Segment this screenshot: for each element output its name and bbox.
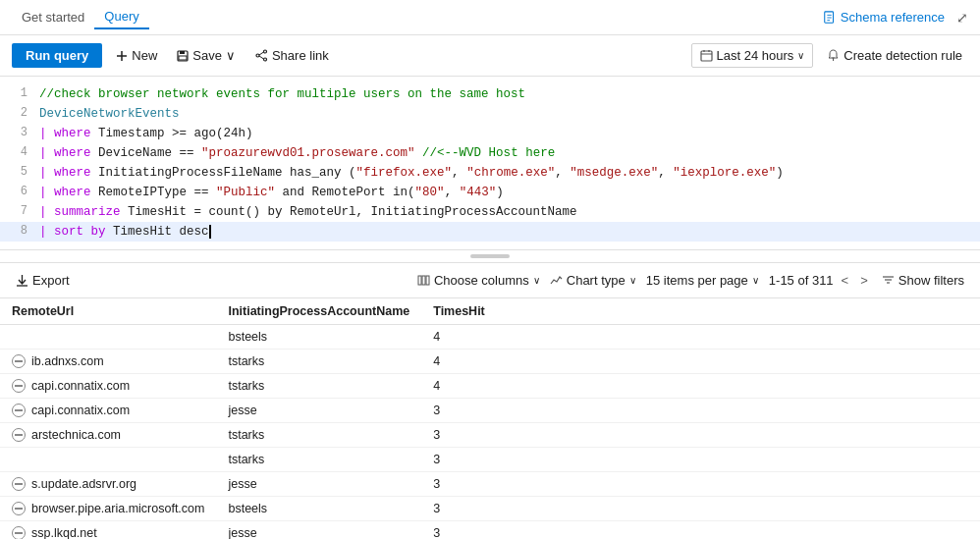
line-num-7: 7 — [8, 202, 27, 221]
code-content-6: | where RemoteIPType == "Public" and Rem… — [39, 183, 972, 202]
url-text: arstechnica.com — [31, 428, 121, 442]
line-num-3: 3 — [8, 124, 27, 142]
prev-page-button[interactable]: < — [838, 271, 853, 290]
nav-query[interactable]: Query — [94, 5, 148, 29]
top-nav: Get started Query Schema reference ⤢ — [0, 0, 980, 35]
table-row[interactable]: browser.pipe.aria.microsoft.combsteels3 — [0, 497, 980, 521]
table-row[interactable]: capi.connatix.comjesse3 — [0, 399, 980, 423]
url-text: browser.pipe.aria.microsoft.com — [31, 502, 204, 515]
svg-rect-23 — [422, 276, 425, 285]
url-text: capi.connatix.com — [31, 404, 130, 417]
times-hit-cell: 4 — [421, 374, 497, 399]
time-picker-label: Last 24 hours — [717, 48, 794, 63]
pagination-range: 1-15 of 311 — [769, 273, 834, 288]
svg-rect-14 — [701, 51, 712, 61]
url-cell: capi.connatix.com — [0, 399, 216, 423]
time-picker[interactable]: Last 24 hours ∨ — [691, 43, 814, 68]
url-cell: ssp.lkqd.net — [0, 521, 216, 540]
results-section: Export Choose columns ∨ Chart type ∨ 15 … — [0, 263, 980, 539]
query-toolbar: Run query New Save ∨ Share link Last 24 … — [0, 35, 980, 77]
times-hit-cell: 3 — [421, 448, 497, 472]
choose-columns-button[interactable]: Choose columns ∨ — [417, 273, 540, 288]
create-detection-button[interactable]: Create detection rule — [821, 44, 968, 67]
results-toolbar: Export Choose columns ∨ Chart type ∨ 15 … — [0, 263, 980, 298]
new-button[interactable]: New — [110, 44, 163, 67]
toolbar-right: Last 24 hours ∨ Create detection rule — [691, 43, 968, 68]
book-icon — [823, 11, 837, 25]
block-icon — [12, 477, 26, 491]
url-cell: ib.adnxs.com — [0, 350, 216, 374]
scroll-hint-bar — [470, 254, 510, 258]
line-num-6: 6 — [8, 183, 27, 201]
pagination-info: 1-15 of 311 < > — [769, 271, 872, 290]
url-cell: arstechnica.com — [0, 423, 216, 448]
show-filters-button[interactable]: Show filters — [882, 273, 964, 288]
next-page-button[interactable]: > — [856, 271, 872, 290]
svg-point-10 — [263, 58, 266, 61]
run-query-button[interactable]: Run query — [12, 43, 102, 68]
code-content-3: | where Timestamp >= ago(24h) — [39, 124, 972, 143]
table-row[interactable]: arstechnica.comtstarks3 — [0, 423, 980, 448]
show-filters-label: Show filters — [898, 273, 964, 288]
url-text: ib.adnxs.com — [31, 354, 104, 368]
svg-line-13 — [259, 56, 264, 59]
url-cell: capi.connatix.com — [0, 374, 216, 399]
times-hit-cell: 3 — [421, 472, 497, 497]
bell-icon — [827, 49, 840, 62]
account-cell: tstarks — [216, 448, 421, 472]
svg-line-12 — [259, 52, 264, 55]
share-link-button[interactable]: Share link — [249, 44, 335, 67]
code-content-4: | where DeviceName == "proazurewvd01.pro… — [39, 143, 972, 163]
code-line-5: 5 | where InitiatingProcessFileName has_… — [0, 163, 980, 183]
new-label: New — [132, 48, 157, 63]
empty-cell — [497, 374, 980, 399]
line-num-8: 8 — [8, 222, 27, 241]
table-row[interactable]: ib.adnxs.comtstarks4 — [0, 350, 980, 374]
url-cell: browser.pipe.aria.microsoft.com — [0, 497, 216, 521]
chart-icon — [550, 274, 563, 287]
code-line-6: 6 | where RemoteIPType == "Public" and R… — [0, 183, 980, 202]
table-row[interactable]: capi.connatix.comtstarks4 — [0, 374, 980, 399]
line-num-2: 2 — [8, 104, 27, 123]
scroll-hint — [0, 250, 980, 263]
plus-icon — [116, 50, 128, 62]
code-line-3: 3 | where Timestamp >= ago(24h) — [0, 124, 980, 143]
save-icon — [177, 50, 189, 62]
top-nav-right: Schema reference ⤢ — [823, 10, 968, 26]
items-per-page-label: 15 items per page — [646, 273, 748, 288]
times-hit-cell: 3 — [421, 497, 497, 521]
results-toolbar-right: Choose columns ∨ Chart type ∨ 15 items p… — [417, 271, 964, 290]
account-cell: bsteels — [216, 497, 421, 521]
empty-cell — [497, 472, 980, 497]
chart-type-button[interactable]: Chart type ∨ — [550, 273, 636, 288]
nav-get-started[interactable]: Get started — [12, 6, 94, 28]
block-icon — [12, 354, 26, 368]
calendar-icon — [700, 49, 713, 62]
items-per-page-dropdown: ∨ — [752, 275, 759, 286]
url-cell: s.update.adsrvr.org — [0, 472, 216, 497]
table-row[interactable]: ssp.lkqd.netjesse3 — [0, 521, 980, 540]
table-row[interactable]: tstarks3 — [0, 448, 980, 472]
code-content-5: | where InitiatingProcessFileName has_an… — [39, 163, 972, 183]
export-button[interactable]: Export — [16, 273, 70, 288]
code-editor[interactable]: 1 //check browser network events for mul… — [0, 77, 980, 250]
empty-cell — [497, 521, 980, 540]
account-cell: tstarks — [216, 423, 421, 448]
create-detection-label: Create detection rule — [844, 48, 962, 63]
block-icon — [12, 404, 26, 417]
choose-columns-dropdown: ∨ — [533, 275, 540, 286]
code-line-2: 2 DeviceNetworkEvents — [0, 104, 980, 124]
block-icon — [12, 502, 26, 515]
svg-rect-24 — [426, 276, 429, 285]
expand-icon[interactable]: ⤢ — [956, 10, 968, 26]
save-dropdown-icon: ∨ — [226, 48, 236, 63]
items-per-page-button[interactable]: 15 items per page ∨ — [646, 273, 759, 288]
schema-reference-link[interactable]: Schema reference — [823, 10, 945, 25]
download-icon — [16, 274, 28, 287]
code-line-4: 4 | where DeviceName == "proazurewvd01.p… — [0, 143, 980, 163]
table-row[interactable]: bsteels4 — [0, 325, 980, 350]
block-icon — [12, 428, 26, 442]
table-row[interactable]: s.update.adsrvr.orgjesse3 — [0, 472, 980, 497]
save-button[interactable]: Save ∨ — [171, 44, 242, 67]
results-table: RemoteUrl InitiatingProcessAccountName T… — [0, 298, 980, 539]
